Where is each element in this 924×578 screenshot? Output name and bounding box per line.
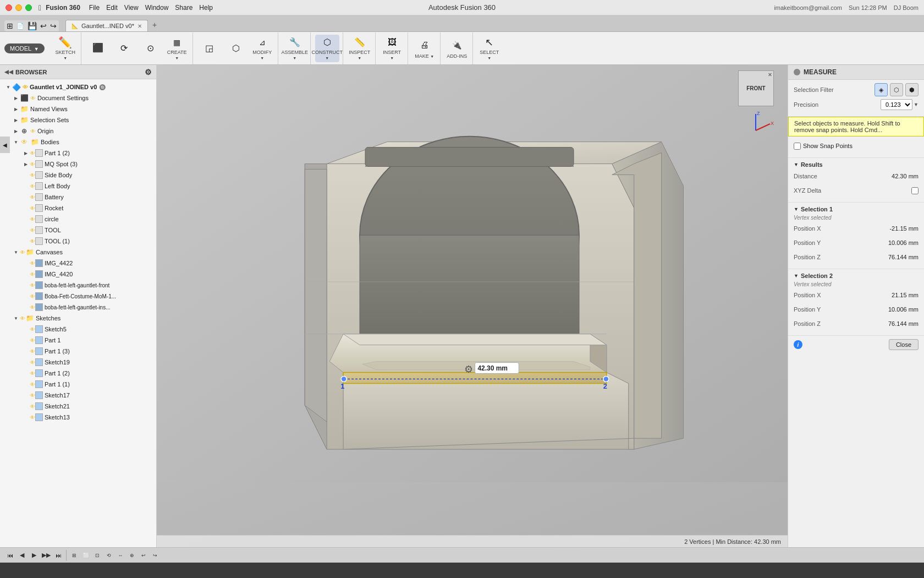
fusion360-menu[interactable]: Fusion 360 <box>46 4 80 12</box>
snap-points-label[interactable]: Show Snap Points <box>794 143 853 150</box>
assemble-btn[interactable]: 🔧 ASSEMBLE ▼ <box>283 35 307 62</box>
bottom-tool-6[interactable]: ⊕ <box>127 550 138 561</box>
close-button[interactable] <box>6 4 12 11</box>
tree-item-sketch19[interactable]: 👁 Sketch19 <box>0 357 156 368</box>
filter-icon-1[interactable]: ◈ <box>875 83 888 96</box>
tree-item-sketch21[interactable]: 👁 Sketch21 <box>0 401 156 412</box>
shell-btn[interactable]: ⬡ <box>224 35 248 62</box>
filter-icon-2[interactable]: ⬡ <box>890 83 903 96</box>
extrude-btn[interactable]: ⬛ <box>86 35 110 62</box>
snap-points-checkbox[interactable] <box>794 143 801 150</box>
addins-btn[interactable]: 🔌 ADD-INS <box>445 35 469 62</box>
select-btn[interactable]: ↖ SELECT ▼ <box>477 35 502 62</box>
part1-2-sketch-eye-icon[interactable]: 👁 <box>30 370 35 377</box>
tree-item-img4420[interactable]: 👁 IMG_4420 <box>0 269 156 280</box>
filter-icon-3[interactable]: ⬢ <box>905 83 919 96</box>
file-menu[interactable]: File <box>89 4 100 12</box>
root-visibility-icon[interactable]: 🔘 <box>99 84 106 90</box>
tree-item-boba-front[interactable]: 👁 boba-fett-left-gauntlet-front <box>0 280 156 291</box>
nav-last-btn[interactable]: ⏭ <box>53 550 64 561</box>
tree-item-part1-3[interactable]: 👁 Part 1 (3) <box>0 346 156 357</box>
img4422-eye-icon[interactable]: 👁 <box>30 260 35 266</box>
boba-costume-eye-icon[interactable]: 👁 <box>30 293 35 299</box>
close-button[interactable]: Close <box>889 339 919 350</box>
undo-icon[interactable]: ↩ <box>40 21 47 30</box>
minimize-button[interactable] <box>15 4 22 11</box>
part1-2-eye-icon[interactable]: 👁 <box>30 150 35 156</box>
bottom-tool-1[interactable]: ⊞ <box>69 550 80 561</box>
tree-item-left-body[interactable]: 👁 Left Body <box>0 181 156 192</box>
save-icon[interactable]: 💾 <box>28 21 37 30</box>
help-menu[interactable]: Help <box>199 4 213 12</box>
filter-icons-group[interactable]: ◈ ⬡ ⬢ <box>875 83 919 96</box>
sketch13-eye-icon[interactable]: 👁 <box>30 415 35 421</box>
tree-item-selection-sets[interactable]: ▶ 📁 Selection Sets <box>0 114 156 126</box>
part1-3-eye-icon[interactable]: 👁 <box>30 348 35 355</box>
tree-item-sketches[interactable]: ▼ 👁 📁 Sketches <box>0 313 156 324</box>
origin-expand-icon[interactable]: ▶ <box>12 127 20 135</box>
tree-item-side-body[interactable]: 👁 Side Body <box>0 170 156 181</box>
canvases-expand-icon[interactable]: ▼ <box>12 248 20 256</box>
tree-item-canvases[interactable]: ▼ 👁 📁 Canvases <box>0 247 156 258</box>
new-tab-button[interactable]: + <box>150 18 159 31</box>
sketches-expand-icon[interactable]: ▼ <box>12 314 20 322</box>
tree-item-bodies[interactable]: ▼ 👁 📁 Bodies <box>0 137 156 148</box>
bodies-eye-icon[interactable]: 👁 <box>20 138 29 146</box>
precision-dropdown-icon[interactable]: ▼ <box>914 102 919 107</box>
tree-item-part1-2[interactable]: ▶ 👁 Part 1 (2) <box>0 148 156 159</box>
tree-item-named-views[interactable]: ▶ 📁 Named Views <box>0 103 156 114</box>
inspect-btn[interactable]: 📏 INSPECT ▼ <box>348 35 372 62</box>
bottom-tool-3[interactable]: ⊡ <box>92 550 103 561</box>
sketch21-eye-icon[interactable]: 👁 <box>30 403 35 410</box>
nav-play-btn[interactable]: ▶ <box>29 550 40 561</box>
bottom-tool-8[interactable]: ↪ <box>150 550 161 561</box>
tree-root-item[interactable]: ▼ 🔷 👁 Gauntlet v1_JOINED v0 🔘 <box>0 81 156 92</box>
document-icon[interactable]: 📄 <box>16 23 24 30</box>
part1-1-eye-icon[interactable]: 👁 <box>30 381 35 388</box>
nav-cube[interactable]: FRONT ✕ <box>738 70 774 106</box>
precision-control[interactable]: 0.123 ▼ <box>881 99 919 110</box>
nav-next-btn[interactable]: ▶▶ <box>41 550 52 561</box>
nav-cube-x-icon[interactable]: ✕ <box>768 72 772 78</box>
tree-item-sketch13[interactable]: 👁 Sketch13 <box>0 412 156 423</box>
tab-close-button[interactable]: ✕ <box>138 23 142 29</box>
nav-cube-container[interactable]: FRONT ✕ Z X <box>738 70 782 114</box>
sketches-eye-icon[interactable]: 👁 <box>20 315 25 321</box>
model-mode-button[interactable]: MODEL ▼ <box>4 43 45 53</box>
tree-item-boba-ins[interactable]: 👁 boba-fett-left-gauntlet-ins... <box>0 302 156 313</box>
tree-item-battery[interactable]: 👁 Battery <box>0 192 156 203</box>
tree-item-sketch17[interactable]: 👁 Sketch17 <box>0 390 156 401</box>
tree-item-part1-sketch[interactable]: 👁 Part 1 <box>0 335 156 346</box>
bottom-tool-5[interactable]: ↔ <box>115 550 126 561</box>
part1-sketch-eye-icon[interactable]: 👁 <box>30 337 35 343</box>
tree-item-part1-2-sketch[interactable]: 👁 Part 1 (2) <box>0 368 156 379</box>
share-menu[interactable]: Share <box>175 4 193 12</box>
revolve-btn[interactable]: ⟳ <box>112 35 136 62</box>
circle-eye-icon[interactable]: 👁 <box>30 216 35 222</box>
construct-btn[interactable]: ⬡ CONSTRUCT ▼ <box>315 35 339 62</box>
bottom-tool-4[interactable]: ⟲ <box>103 550 114 561</box>
nav-first-btn[interactable]: ⏮ <box>4 550 15 561</box>
tree-item-doc-settings[interactable]: ▶ ⬛ 👁 Document Settings <box>0 92 156 103</box>
traffic-lights[interactable] <box>6 4 32 11</box>
browser-settings-icon[interactable]: ⚙ <box>145 68 152 77</box>
window-menu[interactable]: Window <box>145 4 169 12</box>
tree-item-circle[interactable]: 👁 circle <box>0 214 156 225</box>
sidebar-collapse-btn[interactable]: ◀ <box>0 137 10 153</box>
rocket-eye-icon[interactable]: 👁 <box>30 205 35 211</box>
grid-icon[interactable]: ⊞ <box>7 21 13 30</box>
sketch17-eye-icon[interactable]: 👁 <box>30 392 35 399</box>
boba-front-eye-icon[interactable]: 👁 <box>30 282 35 288</box>
tree-item-origin[interactable]: ▶ ⊕ 👁 Origin <box>0 126 156 137</box>
fillet-btn[interactable]: ◲ <box>197 35 222 62</box>
tree-item-tool-1[interactable]: 👁 TOOL (1) <box>0 236 156 247</box>
browser-expand-icon[interactable]: ◀◀ <box>4 69 13 75</box>
mq-spot-expand-icon[interactable]: ▶ <box>22 160 30 168</box>
tree-item-boba-costume[interactable]: 👁 Boba-Fett-Costume-MoM-1... <box>0 291 156 302</box>
create-more-btn[interactable]: ▦ CREATE ▼ <box>165 35 189 62</box>
bodies-expand-icon[interactable]: ▼ <box>12 138 20 146</box>
edit-menu[interactable]: Edit <box>106 4 118 12</box>
tool-1-eye-icon[interactable]: 👁 <box>30 238 35 244</box>
tree-item-sketch5[interactable]: 👁 Sketch5 <box>0 324 156 335</box>
results-heading[interactable]: ▼ Results <box>794 161 919 168</box>
